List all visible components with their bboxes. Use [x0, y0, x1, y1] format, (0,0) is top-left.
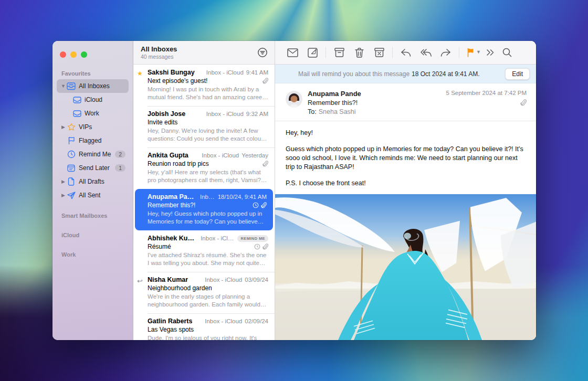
preview: Hey, y'all! Here are my selects (that's … — [148, 168, 268, 184]
message-row[interactable]: Abhishek Kumar Inbox - iCloud REMIND ME … — [133, 230, 275, 272]
filter-icon[interactable] — [257, 47, 268, 58]
archive-button[interactable] — [329, 45, 349, 60]
clock-icon — [67, 150, 76, 159]
body-paragraph: Guess which photo popped up in Memories … — [286, 145, 526, 172]
message-view-pane: ▼ Mail will remind you about this messag… — [275, 41, 536, 340]
sender: Anupama Pande — [148, 193, 197, 200]
attachment-paperclip-icon[interactable] — [520, 99, 527, 106]
reminder-clock-icon — [253, 202, 259, 208]
message-row[interactable]: ↩ Nisha Kumar Inbox - iCloud 03/09/24 Ne… — [133, 272, 275, 313]
icloud-section-label[interactable]: iCloud — [57, 229, 129, 241]
message-sender-name: Anupama Pande — [308, 90, 441, 98]
close-window-button[interactable] — [60, 51, 66, 58]
attached-photo[interactable] — [275, 194, 536, 340]
send-later-icon — [67, 164, 76, 173]
paperclip-icon — [262, 78, 268, 84]
flagged-star-icon: ★ — [137, 70, 145, 77]
zoom-window-button[interactable] — [81, 51, 87, 58]
sidebar-item-all-sent[interactable]: ▶ All Sent — [57, 188, 129, 202]
sidebar: Favourites ▼ All Inboxes iCloud Work ▶ — [52, 41, 133, 340]
window-controls — [57, 47, 129, 67]
forward-button[interactable] — [436, 45, 456, 60]
subject: Reunion road trip pics — [148, 160, 259, 167]
more-toolbar-items-button[interactable] — [482, 45, 499, 60]
paperclip-icon — [262, 244, 268, 250]
mailbox-label: Inbox - iCloud — [206, 111, 244, 117]
sidebar-item-label: Flagged — [79, 137, 125, 144]
sender: Abhishek Kumar — [148, 235, 197, 242]
to-label: To: — [308, 108, 317, 115]
sidebar-item-label: VIPs — [79, 123, 125, 131]
all-inboxes-icon — [67, 82, 76, 91]
trash-button[interactable] — [349, 45, 369, 60]
preview: Hey, Danny. We're loving the invite! A f… — [148, 127, 268, 143]
mailbox-label: Inbox - iCloud — [201, 235, 235, 241]
sidebar-item-vips[interactable]: ▶ VIPs — [57, 120, 129, 134]
message-body: Hey, hey! Guess which photo popped up in… — [275, 121, 536, 194]
reply-button[interactable] — [396, 45, 416, 60]
work-section-label[interactable]: Work — [57, 248, 129, 260]
sidebar-item-all-drafts[interactable]: ▶ All Drafts — [57, 175, 129, 188]
message-row-selected[interactable]: Anupama Pande Inbox - iCloud 18/10/24, 9… — [135, 189, 273, 230]
sidebar-item-flagged[interactable]: ▶ Flagged — [57, 134, 129, 147]
reminder-clock-icon — [254, 244, 260, 250]
message-row[interactable]: Gatlin Raberts Inbox - iCloud 02/09/24 L… — [133, 313, 275, 340]
chevron-down-icon[interactable]: ▼ — [60, 83, 67, 89]
mail-window: Favourites ▼ All Inboxes iCloud Work ▶ — [52, 41, 536, 340]
message-subject: Remember this?! — [308, 99, 441, 107]
junk-button[interactable] — [369, 45, 389, 60]
recipient-name[interactable]: Sneha Sashi — [319, 108, 356, 115]
sidebar-item-label: Work — [85, 110, 125, 117]
paperclip-icon — [262, 161, 268, 167]
edit-reminder-button[interactable]: Edit — [505, 68, 530, 80]
subject: Las Vegas spots — [148, 326, 268, 333]
message-time: Yesterday — [242, 152, 268, 158]
sidebar-item-all-inboxes[interactable]: ▼ All Inboxes — [57, 79, 129, 93]
preview: I've attached Shiraz's résumé. She's the… — [148, 251, 268, 267]
chevron-right-icon[interactable]: ▶ — [60, 179, 67, 184]
smart-mailboxes-section-label[interactable]: Smart Mailboxes — [57, 209, 129, 221]
subject: Remember this?! — [148, 202, 249, 209]
sidebar-item-label: All Inboxes — [79, 82, 125, 90]
sidebar-item-work-inbox[interactable]: Work — [69, 107, 129, 120]
message-date: 5 September 2024 at 7:42 PM — [446, 90, 527, 96]
sender-avatar[interactable] — [286, 91, 302, 108]
sender: Sakshi Bungay — [148, 69, 195, 76]
inbox-envelope-icon — [72, 109, 81, 118]
mailbox-label: Inbox - iCloud — [206, 69, 244, 76]
remind-me-badge: REMIND ME — [237, 235, 268, 242]
message-row[interactable]: Ankita Gupta Inbox - iCloud Yesterday Re… — [133, 147, 275, 189]
message-row[interactable]: Jobish Jose Inbox - iCloud 9:32 AM Invit… — [133, 106, 275, 147]
remind-me-count-badge: 2 — [115, 151, 125, 158]
get-mail-button[interactable] — [282, 45, 302, 60]
sidebar-item-label: All Drafts — [79, 178, 125, 185]
mailbox-label: Inbox - iCloud — [200, 194, 215, 200]
subject: Invite edits — [148, 119, 268, 126]
search-icon[interactable] — [499, 45, 516, 60]
mailbox-title: All Inboxes — [141, 45, 257, 53]
chevron-right-icon[interactable]: ▶ — [60, 193, 67, 198]
replied-arrow-icon: ↩ — [137, 277, 145, 285]
favourites-section-label: Favourites — [57, 67, 129, 79]
message-row[interactable]: ★ Sakshi Bungay Inbox - iCloud 9:41 AM N… — [133, 65, 275, 106]
message-time: 9:41 AM — [246, 69, 268, 76]
chevron-right-icon[interactable]: ▶ — [60, 124, 67, 130]
sidebar-item-label: Remind Me — [79, 151, 115, 158]
message-list-header: All Inboxes 40 messages — [133, 41, 275, 65]
toolbar-divider — [392, 47, 393, 58]
sidebar-item-icloud-inbox[interactable]: iCloud — [69, 93, 129, 107]
mailbox-label: Inbox - iCloud — [202, 152, 239, 158]
sidebar-item-send-later[interactable]: ▶ Send Later 1 — [57, 161, 129, 175]
minimize-window-button[interactable] — [70, 51, 77, 58]
sidebar-item-remind-me[interactable]: ▶ Remind Me 2 — [57, 147, 129, 161]
reply-all-button[interactable] — [416, 45, 436, 60]
preview: Dude, I'm so jealous of you right now. I… — [148, 334, 268, 340]
sender: Gatlin Raberts — [148, 318, 192, 325]
flag-menu-chevron-icon[interactable]: ▼ — [476, 49, 481, 55]
preview: Hey, hey! Guess which photo popped up in… — [148, 210, 267, 226]
message-rows: ★ Sakshi Bungay Inbox - iCloud 9:41 AM N… — [133, 65, 275, 340]
body-paragraph: Hey, hey! — [286, 129, 526, 137]
send-later-count-badge: 1 — [115, 164, 125, 172]
compose-button[interactable] — [302, 45, 322, 60]
sidebar-item-label: All Sent — [79, 192, 125, 199]
